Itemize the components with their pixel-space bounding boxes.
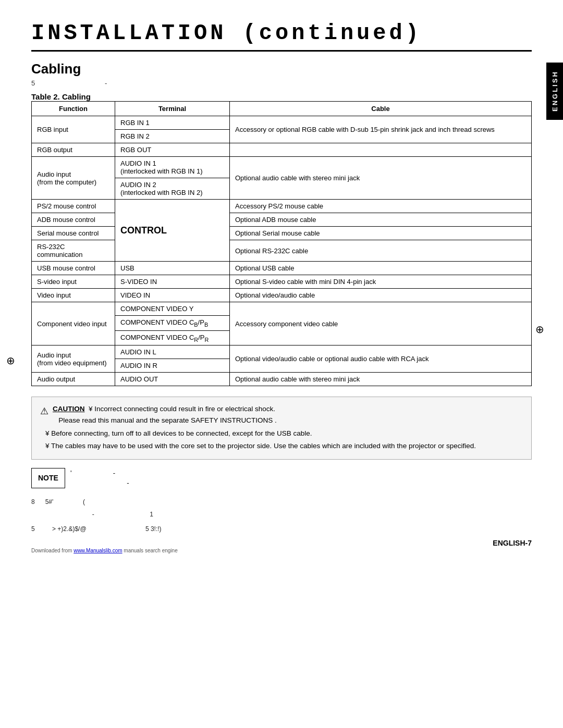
cable-video-input: Optional video/audio cable: [230, 289, 532, 302]
footer-text-1b: - 1: [31, 509, 153, 520]
section-heading: Cabling: [31, 61, 532, 77]
caution-label: CAUTION: [53, 405, 85, 413]
terminal-rgb-out: RGB OUT: [115, 143, 230, 157]
terminal-svideo: S-VIDEO IN: [115, 275, 230, 289]
cable-ps2-mouse: Accessory PS/2 mouse cable: [230, 200, 532, 213]
terminal-component-cr: COMPONENT VIDEO CR/PR: [115, 330, 230, 346]
table-title: Table 2. Cabling: [31, 92, 532, 101]
caution-line1: ⚠ CAUTION ¥ Incorrect connecting could r…: [40, 403, 523, 426]
footer-row-2: 5 > +)2.&)$/@ 5 3!:!): [31, 524, 532, 534]
terminal-rgb-in1: RGB IN 1: [115, 116, 230, 130]
table-row: Video input VIDEO IN Optional video/audi…: [32, 289, 532, 302]
table-row: ADB mouse control Optional ADB mouse cab…: [32, 213, 532, 227]
table-row: Audio input(from the computer) AUDIO IN …: [32, 157, 532, 178]
function-adb-mouse: ADB mouse control: [32, 213, 115, 227]
footer-text-2: > +)2.&)$/@ 5 3!:!): [45, 524, 162, 534]
cable-adb-mouse: Optional ADB mouse cable: [230, 213, 532, 227]
terminal-component-cb: COMPONENT VIDEO CB/PB: [115, 316, 230, 331]
table-row: RS-232C communication Optional RS-232C c…: [32, 240, 532, 262]
function-audio-output: Audio output: [32, 373, 115, 386]
cable-audio-video-equipment: Optional video/audio cable or optional a…: [230, 346, 532, 373]
caution-box: ⚠ CAUTION ¥ Incorrect connecting could r…: [31, 397, 532, 459]
terminal-audio-in-l: AUDIO IN L: [115, 346, 230, 359]
function-rgb-input: RGB input: [32, 116, 115, 143]
manualslib-link[interactable]: www.Manualslib.com: [74, 548, 122, 553]
page-container: ENGLISH ⊕ ⊕ INSTALLATION (continued) Cab…: [0, 0, 563, 558]
col-header-function: Function: [32, 102, 115, 116]
terminal-component-y: COMPONENT VIDEO Y: [115, 302, 230, 316]
table-row: RGB input RGB IN 1 Accessory or optional…: [32, 116, 532, 130]
function-video-input: Video input: [32, 289, 115, 302]
table-row: PS/2 mouse control CONTROL Accessory PS/…: [32, 200, 532, 213]
table-row: Serial mouse control Optional Serial mou…: [32, 227, 532, 240]
terminal-control: CONTROL: [115, 200, 230, 262]
caution-line3: ¥ The cables may have to be used with th…: [45, 440, 523, 452]
table-header-row: Function Terminal Cable: [32, 102, 532, 116]
cable-rgb-output: [230, 143, 532, 157]
crosshair-left-mark: ⊕: [6, 354, 15, 367]
footer-row-1b: - 1: [31, 509, 532, 520]
caution-text1: CAUTION ¥ Incorrect connecting could res…: [53, 403, 523, 426]
terminal-rgb-in2: RGB IN 2: [115, 130, 230, 143]
footer-notes: 8 5#' ( - 1 5 > +)2.&)$/@ 5 3!:!: [31, 497, 532, 535]
download-footer: Downloaded from www.Manualslib.com manua…: [31, 548, 178, 553]
note-label: NOTE: [38, 474, 58, 482]
english-label: ENGLISH: [551, 71, 559, 112]
terminal-audio-in2: AUDIO IN 2(interlocked with RGB IN 2): [115, 178, 230, 200]
page-number: ENGLISH-7: [493, 539, 532, 547]
function-rs232c: RS-232C communication: [32, 240, 115, 262]
footer-row-1: 8 5#' (: [31, 497, 532, 507]
note-section: NOTE ' - -: [31, 468, 532, 488]
function-rgb-output: RGB output: [32, 143, 115, 157]
english-sidebar: ENGLISH: [546, 63, 563, 120]
function-audio-input-computer: Audio input(from the computer): [32, 157, 115, 200]
cable-svideo: Optional S-video cable with mini DIN 4-p…: [230, 275, 532, 289]
section-number: 5 -: [31, 79, 532, 87]
col-header-cable: Cable: [230, 102, 532, 116]
page-title: INSTALLATION (continued): [31, 21, 532, 52]
function-ps2-mouse: PS/2 mouse control: [32, 200, 115, 213]
cable-rs232c: Optional RS-232C cable: [230, 240, 532, 262]
function-svideo: S-video input: [32, 275, 115, 289]
cable-rgb-input: Accessory or optional RGB cable with D-s…: [230, 116, 532, 143]
table-row: Audio input(from video equipment) AUDIO …: [32, 346, 532, 359]
col-header-terminal: Terminal: [115, 102, 230, 116]
terminal-audio-in-r: AUDIO IN R: [115, 359, 230, 373]
caution-triangle-icon: ⚠: [40, 404, 48, 419]
table-row: RGB output RGB OUT: [32, 143, 532, 157]
cable-usb: Optional USB cable: [230, 262, 532, 275]
function-audio-video-equipment: Audio input(from video equipment): [32, 346, 115, 373]
cable-serial-mouse: Optional Serial mouse cable: [230, 227, 532, 240]
note-content: ' - -: [70, 468, 532, 488]
terminal-audio-in1: AUDIO IN 1(interlocked with RGB IN 1): [115, 157, 230, 178]
caution-line2: ¥ Before connecting, turn off to all dev…: [45, 428, 523, 439]
cable-audio-input-computer: Optional audio cable with stereo mini ja…: [230, 157, 532, 200]
table-row: Component video input COMPONENT VIDEO Y …: [32, 302, 532, 316]
terminal-audio-out: AUDIO OUT: [115, 373, 230, 386]
footer-num-1: 8: [31, 497, 35, 507]
crosshair-right-mark: ⊕: [535, 323, 544, 336]
cabling-table: Function Terminal Cable RGB input RGB IN…: [31, 101, 532, 386]
footer-num-2: 5: [31, 524, 35, 534]
cable-audio-output: Optional audio cable with stereo mini ja…: [230, 373, 532, 386]
terminal-usb: USB: [115, 262, 230, 275]
table-row: Audio output AUDIO OUT Optional audio ca…: [32, 373, 532, 386]
cable-component-video: Accessory component video cable: [230, 302, 532, 346]
function-serial-mouse: Serial mouse control: [32, 227, 115, 240]
table-row: S-video input S-VIDEO IN Optional S-vide…: [32, 275, 532, 289]
terminal-video-in: VIDEO IN: [115, 289, 230, 302]
table-row: USB mouse control USB Optional USB cable: [32, 262, 532, 275]
function-usb-mouse: USB mouse control: [32, 262, 115, 275]
footer-text-1: 5#' (: [45, 497, 85, 507]
function-component-video: Component video input: [32, 302, 115, 346]
note-box: NOTE: [31, 468, 65, 488]
